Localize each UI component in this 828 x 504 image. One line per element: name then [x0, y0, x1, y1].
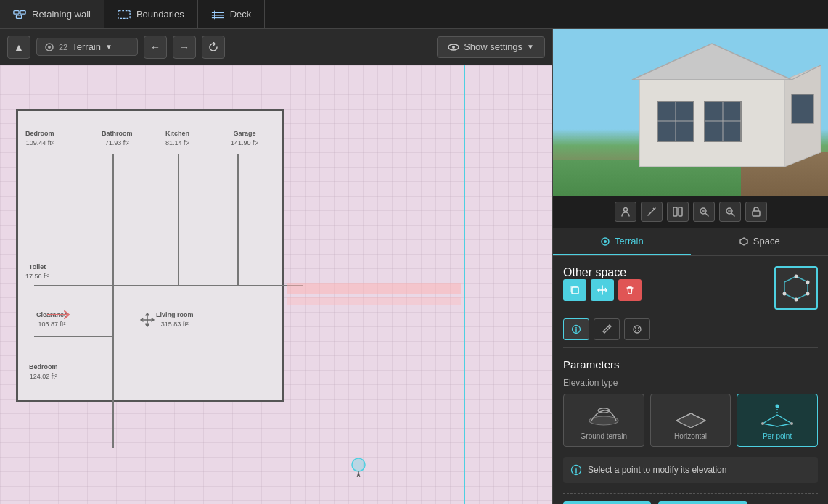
svg-rect-28: [679, 207, 682, 216]
shape-preview-svg: [780, 272, 812, 304]
palette-sub-tab[interactable]: [624, 318, 650, 340]
edit-shape-icon: [647, 207, 657, 217]
ground-terrain-label: Ground terrain: [581, 432, 627, 440]
room-divider-v1: [112, 154, 114, 285]
svg-point-44: [635, 327, 636, 329]
straight-edges-btn[interactable]: Straight edges: [658, 501, 747, 504]
svg-marker-50: [676, 413, 705, 428]
info-text: Select a point to modify its elevation: [588, 465, 726, 475]
zoom-out-btn[interactable]: [719, 202, 741, 222]
svg-marker-17: [632, 44, 792, 80]
room-living: Living room 315.83 ft²: [156, 310, 194, 329]
layout-btn[interactable]: [667, 202, 689, 222]
room-garage: Garage 141.90 ft²: [231, 129, 258, 147]
svg-point-45: [638, 327, 639, 329]
svg-marker-36: [784, 276, 808, 299]
svg-point-38: [806, 281, 810, 284]
curved-edges-btn[interactable]: Curved edges: [563, 501, 651, 504]
terrain-selector-label: Terrain: [72, 41, 101, 52]
tab-boundaries[interactable]: Boundaries: [104, 0, 198, 28]
redo-btn[interactable]: →: [173, 36, 196, 59]
canvas-area: ▲ 22 Terrain ▼ ← →: [0, 29, 552, 504]
edge-buttons: Curved edges Straight edges: [563, 501, 818, 504]
ground-terrain-icon: [586, 400, 622, 428]
horizontal-label: Horizontal: [674, 432, 707, 440]
svg-point-47: [638, 330, 639, 331]
tab-retaining-wall[interactable]: Retaining wall: [0, 0, 104, 28]
room-divider-h1: [34, 285, 303, 286]
terrain-selector[interactable]: 22 Terrain ▼: [36, 38, 138, 56]
room-toilet: Toilet 17.56 ft²: [25, 263, 49, 281]
highlight-strip2: [287, 297, 461, 305]
ground-terrain-btn[interactable]: Ground terrain: [563, 394, 644, 447]
boundaries-icon: [118, 9, 131, 20]
flip-btn[interactable]: [591, 279, 614, 301]
horizontal-icon: [673, 400, 709, 428]
move-arrows: [139, 312, 155, 331]
panel-icon-toolbar: [553, 196, 828, 228]
room-kitchen: Kitchen 81.14 ft²: [165, 129, 189, 147]
room-bedroom1: Bedroom 109.44 ft²: [25, 129, 54, 147]
svg-point-41: [783, 292, 787, 296]
boundary-line: [464, 65, 465, 504]
svg-point-10: [48, 46, 51, 49]
floor-plan[interactable]: Bedroom 109.44 ft² Bathroom 71.93 ft² Ki…: [0, 65, 552, 504]
room-divider-v2: [178, 154, 179, 285]
eye-icon: [448, 41, 459, 53]
wall-icon: [13, 9, 26, 20]
show-settings-chevron: ▼: [527, 43, 534, 51]
edit-shape-btn[interactable]: [641, 202, 663, 222]
svg-point-40: [795, 298, 798, 302]
undo-btn[interactable]: ←: [144, 36, 167, 59]
zoom-in-btn[interactable]: [693, 202, 715, 222]
edit-sub-tab[interactable]: [594, 318, 620, 340]
main-layout: ▲ 22 Terrain ▼ ← →: [0, 29, 828, 504]
show-settings-btn[interactable]: Show settings ▼: [437, 36, 545, 58]
svg-point-37: [795, 275, 798, 278]
terrain-selector-icon: [44, 42, 54, 52]
space-tab[interactable]: Space: [691, 228, 829, 255]
info-sub-tab[interactable]: [563, 318, 589, 340]
space-tab-icon: [739, 236, 749, 247]
lock-btn[interactable]: [745, 202, 767, 222]
direction-arrow: [47, 310, 70, 322]
info-icon: [571, 324, 581, 334]
terrain-dropdown-chevron: ▼: [105, 43, 112, 51]
other-space-header: Other space: [563, 266, 818, 310]
pencil-icon: [602, 324, 612, 334]
per-point-btn[interactable]: Per point: [737, 394, 818, 447]
other-space-title: Other space: [563, 266, 642, 279]
room-divider-v4: [112, 285, 114, 448]
svg-rect-3: [118, 10, 130, 18]
zoom-in-icon: [699, 207, 709, 217]
divider: [563, 493, 818, 494]
terrain-num: 22: [59, 43, 67, 51]
tab-deck[interactable]: Deck: [198, 0, 266, 28]
up-arrow-btn[interactable]: ▲: [7, 36, 30, 59]
room-divider-v3: [237, 154, 239, 285]
svg-point-43: [634, 326, 641, 333]
svg-point-14: [352, 458, 365, 471]
horizontal-btn[interactable]: Horizontal: [650, 394, 731, 447]
toolbar: ▲ 22 Terrain ▼ ← →: [0, 29, 552, 65]
sub-tabs: [563, 318, 818, 348]
refresh-icon: [208, 42, 218, 52]
terrain-tab[interactable]: Terrain: [553, 228, 691, 255]
svg-rect-27: [673, 207, 677, 216]
space-action-buttons: [563, 279, 642, 301]
copy-btn[interactable]: [563, 279, 586, 301]
person-icon-btn[interactable]: [615, 202, 636, 222]
delete-icon: [626, 286, 634, 294]
svg-point-46: [635, 330, 636, 331]
delete-btn[interactable]: [618, 279, 642, 301]
svg-rect-35: [572, 287, 578, 294]
svg-rect-31: [753, 211, 760, 216]
room-divider-h2: [34, 336, 114, 337]
parameters-title: Parameters: [563, 358, 818, 371]
room-bathroom: Bathroom 71.93 ft²: [102, 129, 133, 147]
refresh-btn[interactable]: [202, 36, 225, 59]
terrain-tab-label: Terrain: [615, 236, 644, 247]
elevation-info-box: Select a point to modify its elevation: [563, 457, 818, 483]
info-circle-icon: [570, 464, 582, 476]
zoom-out-icon: [725, 207, 735, 217]
